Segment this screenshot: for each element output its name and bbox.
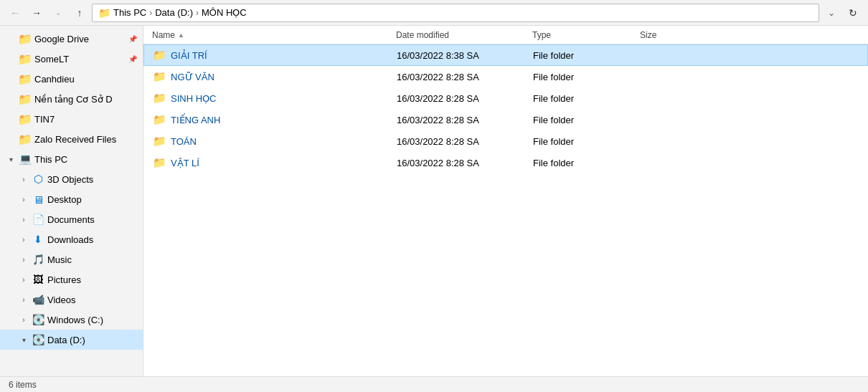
sidebar-item-windows-c[interactable]: › 💽 Windows (C:) — [0, 310, 143, 330]
sidebar-label-nentang: Nền tảng Cơ Sở D — [34, 94, 113, 105]
folder-icon: 📁 — [19, 113, 32, 125]
file-name: GIẢI TRÍ — [171, 50, 207, 61]
sidebar-label-music: Music — [47, 254, 72, 265]
address-bar[interactable]: 📁 This PC › Data (D:) › MÔN HỌC — [92, 4, 819, 22]
file-cell-date: 16/03/2022 8:28 SA — [397, 115, 533, 125]
table-row[interactable]: 📁 GIẢI TRÍ 16/03/2022 8:38 SA File folde… — [143, 44, 868, 66]
file-cell-date: 16/03/2022 8:28 SA — [397, 136, 533, 147]
expand-arrow: › — [19, 176, 29, 183]
title-bar: ← → ⌄ ↑ 📁 This PC › Data (D:) › MÔN HỌC … — [0, 0, 868, 26]
sidebar-label-documents: Documents — [47, 214, 95, 225]
back-button[interactable]: ← — [6, 4, 24, 22]
videos-icon: 📹 — [32, 293, 44, 306]
folder-icon: 📁 — [19, 52, 32, 65]
file-area: Name ▲ Date modified Type Size 📁 GIẢI TR… — [143, 26, 868, 376]
sidebar-label-windows-c: Windows (C:) — [47, 315, 103, 325]
pictures-icon: 🖼 — [32, 273, 44, 286]
address-data-d[interactable]: Data (D:) — [155, 7, 193, 18]
folder-icon: 📁 — [153, 49, 166, 62]
table-row[interactable]: 📁 SINH HỌC 16/03/2022 8:28 SA File folde… — [143, 87, 868, 109]
table-row[interactable]: 📁 NGỮ VĂN 16/03/2022 8:28 SA File folder — [143, 66, 868, 87]
file-name: TIẾNG ANH — [171, 115, 220, 125]
file-cell-name: 📁 GIẢI TRÍ — [153, 49, 397, 62]
file-cell-type: File folder — [533, 136, 641, 147]
sidebar-item-music[interactable]: › 🎵 Music — [0, 249, 143, 269]
sidebar-label-this-pc: This PC — [34, 154, 67, 165]
sidebar-item-pictures[interactable]: › 🖼 Pictures — [0, 269, 143, 290]
file-cell-name: 📁 TOÁN — [153, 135, 397, 148]
folder-icon: 📁 — [153, 70, 166, 83]
sidebar-item-this-pc[interactable]: ▾ 💻 This PC — [0, 149, 143, 169]
file-cell-name: 📁 VẬT LÍ — [153, 156, 397, 169]
col-header-date[interactable]: Date modified — [396, 30, 532, 40]
file-cell-date: 16/03/2022 8:28 SA — [397, 158, 533, 168]
file-cell-date: 16/03/2022 8:28 SA — [397, 93, 533, 104]
sidebar-item-canhdieu[interactable]: 📁 Canhdieu — [0, 69, 143, 89]
folder-icon: 📁 — [19, 72, 32, 85]
sidebar-item-documents[interactable]: › 📄 Documents — [0, 209, 143, 229]
sidebar-label-tin7: TIN7 — [34, 114, 55, 125]
file-name: SINH HỌC — [171, 93, 216, 104]
file-list: 📁 GIẢI TRÍ 16/03/2022 8:38 SA File folde… — [143, 44, 868, 376]
sidebar-item-tin7[interactable]: 📁 TIN7 — [0, 109, 143, 129]
drive-c-icon: 💽 — [32, 313, 44, 326]
col-header-name[interactable]: Name ▲ — [152, 30, 396, 40]
folder-icon: 📁 — [19, 133, 32, 145]
sidebar-item-google-drive[interactable]: 📁 Google Drive 📌 — [0, 29, 143, 49]
forward-button[interactable]: → — [27, 4, 46, 22]
sidebar-item-zalo[interactable]: 📁 Zalo Received Files — [0, 129, 143, 149]
file-cell-date: 16/03/2022 8:38 SA — [397, 50, 533, 61]
sidebar-label-pictures: Pictures — [47, 274, 81, 285]
sidebar-label-google-drive: Google Drive — [34, 34, 89, 44]
table-row[interactable]: 📁 VẬT LÍ 16/03/2022 8:28 SA File folder — [143, 152, 868, 173]
expand-arrow: › — [19, 316, 29, 324]
address-sep-2: › — [196, 8, 199, 18]
expand-arrow: › — [19, 276, 29, 284]
col-header-size[interactable]: Size — [640, 30, 712, 40]
column-headers: Name ▲ Date modified Type Size — [143, 26, 868, 44]
sidebar-item-downloads[interactable]: › ⬇ Downloads — [0, 229, 143, 249]
file-cell-type: File folder — [533, 93, 641, 104]
file-cell-name: 📁 NGỮ VĂN — [153, 70, 397, 83]
sidebar-item-data-d[interactable]: ▾ 💽 Data (D:) — [0, 330, 143, 350]
folder-icon: 📁 — [153, 135, 166, 148]
file-name: NGỮ VĂN — [171, 72, 214, 82]
recent-locations-button[interactable]: ⌄ — [49, 4, 67, 22]
table-row[interactable]: 📁 TOÁN 16/03/2022 8:28 SA File folder — [143, 130, 868, 152]
folder-icon: 📁 — [19, 32, 32, 45]
address-folder-icon: 📁 — [98, 7, 110, 19]
refresh-button[interactable]: ↻ — [844, 4, 862, 22]
3d-objects-icon: ⬡ — [32, 173, 44, 186]
expand-arrow: › — [19, 256, 29, 264]
expand-arrow: › — [19, 296, 29, 304]
file-cell-date: 16/03/2022 8:28 SA — [397, 72, 533, 82]
sidebar-item-somelt[interactable]: 📁 SomeLT 📌 — [0, 49, 143, 69]
status-bar: 6 items — [0, 376, 868, 392]
sidebar-label-videos: Videos — [47, 295, 76, 305]
file-name: TOÁN — [171, 136, 197, 147]
sidebar-item-nentang[interactable]: 📁 Nền tảng Cơ Sở D — [0, 89, 143, 109]
address-dropdown-button[interactable]: ⌄ — [822, 4, 841, 22]
sidebar-item-videos[interactable]: › 📹 Videos — [0, 290, 143, 310]
file-cell-name: 📁 SINH HỌC — [153, 92, 397, 105]
sidebar-label-canhdieu: Canhdieu — [34, 74, 75, 85]
drive-d-icon: 💽 — [32, 333, 44, 346]
sidebar-label-3d-objects: 3D Objects — [47, 174, 93, 185]
sidebar-label-data-d: Data (D:) — [47, 335, 85, 345]
col-header-type[interactable]: Type — [532, 30, 640, 40]
table-row[interactable]: 📁 TIẾNG ANH 16/03/2022 8:28 SA File fold… — [143, 109, 868, 130]
file-cell-type: File folder — [533, 115, 641, 125]
address-this-pc[interactable]: This PC — [113, 7, 146, 18]
sidebar-item-3d-objects[interactable]: › ⬡ 3D Objects — [0, 169, 143, 189]
sidebar-label-zalo: Zalo Received Files — [34, 134, 116, 145]
folder-icon: 📁 — [153, 92, 166, 105]
desktop-icon: 🖥 — [32, 193, 44, 206]
file-cell-name: 📁 TIẾNG ANH — [153, 113, 397, 126]
file-cell-type: File folder — [533, 158, 641, 168]
expand-arrow: › — [19, 196, 29, 204]
sidebar-item-desktop[interactable]: › 🖥 Desktop — [0, 189, 143, 209]
sidebar: 📁 Google Drive 📌 📁 SomeLT 📌 📁 Canhdieu 📁… — [0, 26, 143, 376]
main-area: 📁 Google Drive 📌 📁 SomeLT 📌 📁 Canhdieu 📁… — [0, 26, 868, 376]
up-button[interactable]: ↑ — [70, 4, 89, 22]
address-mon-hoc[interactable]: MÔN HỌC — [202, 7, 247, 18]
